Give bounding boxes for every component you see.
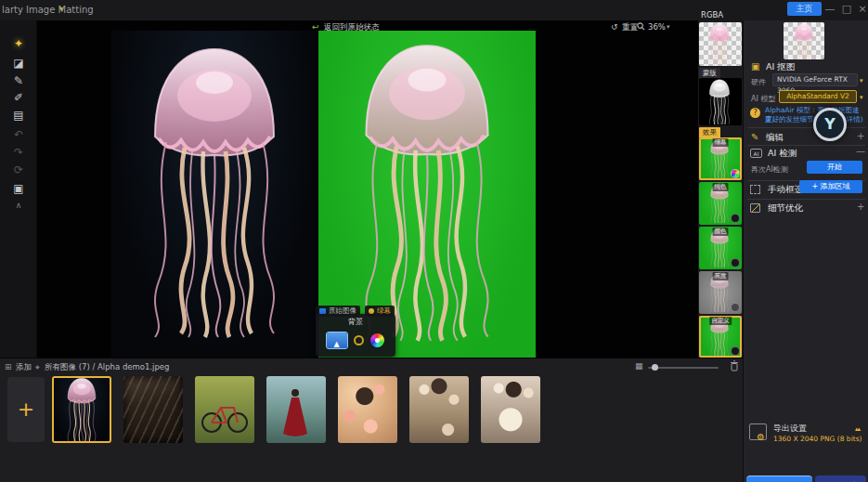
titlebar: larty Image Matting ▾ 主页 — □ × [0,0,868,20]
effect-thumbnail-gray[interactable]: 灰度 [699,271,742,314]
export-settings-title[interactable]: 导出设置 [773,423,807,435]
magic-wand-tool[interactable]: ✦ [9,35,28,52]
help-icon[interactable]: ? [750,108,760,118]
reset-icon[interactable]: ↺ [611,22,618,32]
eraser-icon: ◪ [13,57,23,70]
breadcrumb[interactable]: 所有图像 (7) / Alpha demo1.jpeg [45,362,169,373]
brush-tool[interactable]: ✐ [9,89,28,106]
ai-detect-collapse-button[interactable]: — [856,146,865,156]
color-badge-icon [731,258,740,267]
zoom-level-value[interactable]: 36% [648,22,666,32]
pen-icon: ✎ [14,74,23,87]
brush-icon: ✐ [14,91,23,104]
single-export-button[interactable]: 单张导出 [746,475,812,482]
undo-icon: ↶ [14,128,23,141]
rotate-icon: ⟳ [14,163,23,176]
logo-y-icon: Y [824,115,836,133]
eyedropper-icon [375,338,380,343]
eraser-tool[interactable]: ◪ [9,55,28,72]
chevron-up-icon: ∧ [16,201,22,210]
filmstrip-thumb-woman-red-dress[interactable] [266,376,326,443]
settings-panel: ▣ AI 抠图 硬件 NVIDIA GeForce RTX 3060 ▾ AI … [743,20,868,482]
background-image-option[interactable]: ▲ [327,332,347,348]
breadcrumb-diamond-icon: ◆ [35,363,40,370]
detail-optimize-add-button[interactable]: + [857,202,864,212]
tool-sidebar: ✦ ◪ ✎ ✐ ▤ ↶ ↷ ⟳ ▣ ∧ [0,20,37,358]
canvas-area[interactable]: ↩ 返回到原始状态 ↺ 重置 36% ▾ 原始图像 绿幕 [37,20,698,358]
background-color-option[interactable] [354,335,364,345]
rgba-channel-label[interactable]: RGBA [701,10,723,20]
app-menu-chevron-icon[interactable]: ▾ [59,5,63,13]
background-color-wheel-option[interactable] [370,333,384,347]
edit-title: 编辑 [766,132,784,144]
effect-thumbnail-solid[interactable]: 纯色 [699,182,742,225]
add-images-icon[interactable]: ⊞ [5,362,12,371]
ai-detect-icon: AI [750,149,762,158]
hardware-label: 硬件 [751,77,766,87]
rgba-channel-thumbnail[interactable] [699,22,742,66]
export-info: 1360 X 2040 PNG (8 bits) [773,435,862,443]
model-chevron-icon[interactable]: ▾ [860,94,863,101]
app-logo-badge: Y [813,108,847,141]
hardware-chevron-icon[interactable]: ▾ [860,77,863,85]
reset-history-tool[interactable]: ⟳ [9,162,28,178]
custom-badge-icon [731,346,740,356]
background-panel: 背景 ▲ [316,314,395,357]
frame-icon: ▣ [13,182,23,195]
app-title: larty Image Matting [2,5,94,15]
minimize-button[interactable]: — [823,3,837,15]
slider-knob[interactable] [652,364,658,371]
edit-add-button[interactable]: + [857,131,864,141]
reset-label[interactable]: 重置 [622,22,638,33]
filmstrip-thumb-forest[interactable] [123,376,183,443]
original-image-preview[interactable] [111,31,317,358]
mask-channel-thumbnail[interactable] [699,78,742,125]
detail-optimize-title: 细节优化 [768,202,803,215]
manual-select-icon [750,185,760,194]
add-images-label[interactable]: 添加 [16,362,32,373]
app-window: larty Image Matting ▾ 主页 — □ × ✦ ◪ ✎ ✐ ▤… [0,0,868,482]
effect-thumbnail-custom[interactable]: 自定义 [699,316,742,358]
hardware-dropdown[interactable]: NVIDIA GeForce RTX 3060 [772,73,858,86]
roller-tool[interactable]: ▤ [9,107,28,124]
model-label: AI 模型 [751,94,775,104]
detail-optimize-icon [750,203,760,213]
home-button[interactable]: 主页 [787,2,822,16]
filmstrip-thumb-bicycle[interactable] [195,376,254,443]
export-collapse-icon[interactable]: ▴▴ [855,425,860,433]
filmstrip-thumb-woman-lace[interactable] [409,376,469,443]
edit-icon: ✎ [751,132,758,142]
paint-roller-icon: ▤ [13,109,23,122]
thumbnail-grid-icon[interactable]: ▦ [635,361,643,371]
filmstrip-panel: ⊞ 添加 ◆ 所有图像 (7) / Alpha demo1.jpeg ▦ + [0,358,743,482]
effect-thumbnail-color[interactable]: 颜色 [699,227,742,269]
undo-tool[interactable]: ↶ [9,126,28,143]
ai-model-dropdown[interactable]: AlphaStandard V2 [779,90,857,103]
collapse-toolbar-button[interactable]: ∧ [9,197,28,214]
plus-icon: + [18,397,34,421]
filmstrip-thumb-woman-white-dress[interactable] [481,376,540,443]
current-result-thumbnail[interactable] [784,22,824,59]
ai-matting-icon: ▣ [751,61,759,72]
add-region-button[interactable]: + 添加区域 [799,180,862,193]
magnifier-icon [637,22,645,31]
zoom-chevron-icon[interactable]: ▾ [667,23,670,31]
redo-tool[interactable]: ↷ [9,144,28,161]
close-button[interactable]: × [855,3,868,15]
filmstrip-thumb-jellyfish[interactable] [52,376,111,443]
filmstrip-thumb-woman-bouquet[interactable] [338,376,397,443]
thumbnail-size-slider[interactable] [648,367,719,369]
trash-icon[interactable] [730,360,739,371]
pen-tool[interactable]: ✎ [9,72,28,89]
manual-select-title: 手动框选 [768,184,803,196]
ai-detect-title: AI 检测 [768,148,797,160]
add-image-tile[interactable]: + [7,377,45,442]
mountain-icon: ▲ [334,340,340,348]
batch-export-button[interactable]: 批量导出 [815,475,866,482]
start-detect-button[interactable]: 开始 [807,161,862,174]
crop-frame-tool[interactable]: ▣ [9,180,28,197]
effect-thumbnail-green[interactable]: 绿幕 [699,137,742,180]
ai-matting-title: AI 抠图 [766,61,795,73]
solid-badge-icon [731,214,740,223]
maximize-button[interactable]: □ [839,3,854,15]
